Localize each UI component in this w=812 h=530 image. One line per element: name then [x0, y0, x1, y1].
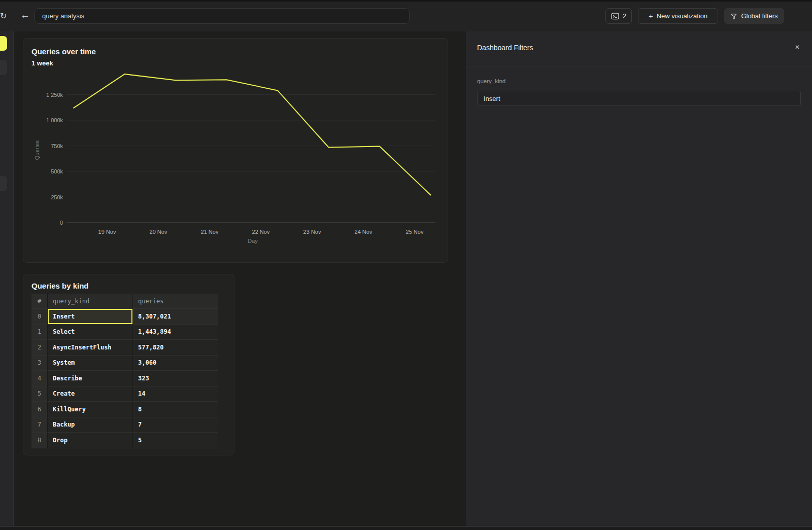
- queries-line-series: [74, 74, 431, 195]
- table-row: 1Select1,443,894: [31, 325, 218, 340]
- queries-value-cell[interactable]: 3,060: [132, 356, 218, 371]
- new-visualization-button[interactable]: + New visualization: [638, 8, 718, 24]
- row-index-cell: 8: [31, 433, 47, 448]
- row-index-cell: 0: [31, 309, 47, 325]
- y-tick-label: 1 000k: [46, 117, 63, 123]
- filter-field-label: query_kind: [477, 78, 505, 84]
- x-tick-label: 24 Nov: [355, 229, 373, 235]
- row-index-cell: 2: [31, 340, 47, 356]
- dashboard-filters-panel: Dashboard Filters ✕ query_kind: [466, 31, 812, 526]
- plus-icon: +: [649, 12, 653, 20]
- query-kind-cell[interactable]: System: [47, 356, 132, 371]
- table-title: Queries by kind: [31, 281, 89, 290]
- column-header: queries: [132, 294, 218, 309]
- top-bar: ↻ ← 2 + New visualization Global filters: [0, 0, 812, 31]
- refresh-icon[interactable]: ↻: [0, 11, 7, 21]
- x-tick-label: 22 Nov: [252, 229, 270, 235]
- back-arrow-icon[interactable]: ←: [20, 10, 30, 21]
- query-kind-cell[interactable]: KillQuery: [47, 402, 132, 417]
- query-kind-cell[interactable]: Drop: [47, 433, 132, 448]
- row-index-cell: 4: [31, 371, 47, 386]
- table-row: 5Create14: [31, 386, 218, 402]
- queries-value-cell[interactable]: 8: [132, 402, 218, 417]
- sidebar-item[interactable]: [0, 176, 7, 191]
- y-axis-title: Queries: [34, 140, 40, 160]
- table-row: 8Drop5: [31, 433, 218, 448]
- row-index-cell: 6: [31, 402, 47, 417]
- query-kind-cell[interactable]: Describe: [47, 371, 132, 386]
- main-area: Queries over time 1 week 0250k500k750k1 …: [14, 31, 466, 526]
- table-card: Queries by kind #query_kindqueries0Inser…: [23, 274, 234, 455]
- sidebar-item[interactable]: [0, 60, 7, 75]
- table-header-row: #query_kindqueries: [31, 294, 218, 309]
- queries-value-cell[interactable]: 14: [132, 386, 218, 402]
- query-kind-cell[interactable]: Create: [47, 386, 132, 402]
- queries-value-cell[interactable]: 7: [132, 417, 218, 433]
- query-kind-cell[interactable]: Backup: [47, 417, 132, 433]
- query-kind-cell[interactable]: Select: [47, 325, 132, 340]
- table-row: 4Describe323: [31, 371, 218, 386]
- table-row: 3System3,060: [31, 356, 218, 371]
- sidebar: [0, 31, 14, 526]
- window-top-edge: [0, 0, 812, 2]
- global-filters-label: Global filters: [741, 12, 777, 20]
- queries-by-kind-table: #query_kindqueries0Insert8,307,0211Selec…: [31, 294, 218, 448]
- queries-value-cell[interactable]: 1,443,894: [132, 325, 218, 340]
- row-index-cell: 5: [31, 386, 47, 402]
- y-tick-label: 500k: [51, 168, 63, 174]
- dashboard-title-input[interactable]: [35, 8, 410, 24]
- queries-value-cell[interactable]: 577,820: [132, 340, 218, 356]
- panel-title: Dashboard Filters: [477, 44, 533, 52]
- x-axis-title: Day: [248, 238, 258, 244]
- queries-value-cell[interactable]: 8,307,021: [132, 309, 218, 325]
- x-tick-label: 23 Nov: [303, 229, 321, 235]
- window-bottom-edge: [0, 526, 812, 530]
- filter-funnel-icon: [730, 13, 737, 20]
- x-tick-label: 20 Nov: [150, 229, 167, 235]
- column-header: #: [31, 294, 47, 309]
- y-tick-label: 0: [60, 220, 63, 226]
- query-kind-cell[interactable]: AsyncInsertFlush: [47, 340, 132, 356]
- console-count: 2: [623, 12, 626, 20]
- global-filters-button[interactable]: Global filters: [724, 8, 784, 24]
- row-index-cell: 7: [31, 417, 47, 433]
- queries-over-time-chart[interactable]: 0250k500k750k1 000k1 250k19 Nov20 Nov21 …: [23, 39, 448, 262]
- y-tick-label: 250k: [51, 194, 63, 200]
- row-index-cell: 1: [31, 325, 47, 340]
- y-tick-label: 1 250k: [46, 92, 63, 98]
- x-tick-label: 21 Nov: [201, 229, 219, 235]
- column-header: query_kind: [47, 294, 132, 309]
- query-kind-filter-input[interactable]: [477, 91, 801, 106]
- table-row: 0Insert8,307,021: [31, 309, 218, 325]
- table-row: 2AsyncInsertFlush577,820: [31, 340, 218, 356]
- queries-value-cell[interactable]: 5: [132, 433, 218, 448]
- y-tick-label: 750k: [51, 143, 63, 149]
- table-row: 6KillQuery8: [31, 402, 218, 417]
- x-tick-label: 19 Nov: [98, 229, 116, 235]
- console-icon: [611, 13, 619, 20]
- sidebar-item-active[interactable]: [0, 36, 7, 51]
- console-count-button[interactable]: 2: [605, 8, 632, 24]
- row-index-cell: 3: [31, 356, 47, 371]
- panel-divider: [466, 66, 812, 66]
- query-kind-cell[interactable]: Insert: [47, 309, 132, 325]
- app-window: ↻ ← 2 + New visualization Global filters: [0, 0, 812, 530]
- new-visualization-label: New visualization: [657, 12, 707, 20]
- close-icon[interactable]: ✕: [795, 44, 800, 51]
- queries-value-cell[interactable]: 323: [132, 371, 218, 386]
- x-tick-label: 25 Nov: [406, 229, 424, 235]
- table-row: 7Backup7: [31, 417, 218, 433]
- chart-card: Queries over time 1 week 0250k500k750k1 …: [23, 38, 448, 263]
